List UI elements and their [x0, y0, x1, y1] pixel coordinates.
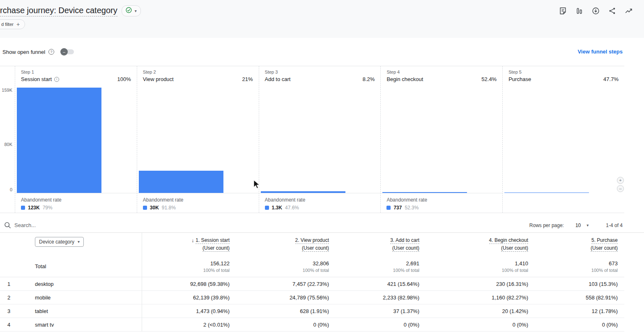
total-subtext: 100% of total: [393, 268, 419, 273]
total-value: 32,806: [313, 260, 329, 267]
funnel-bar[interactable]: [17, 88, 101, 193]
column-subtitle: (User count): [302, 245, 329, 252]
step-percent: 8.2%: [363, 76, 375, 82]
step-header: Step 1 Session start i 100%: [15, 66, 137, 86]
metric-cell: 0 (0%): [236, 318, 336, 331]
metric-cell: 20 (1.42%): [426, 304, 535, 318]
funnel-step-1: Step 1 Session start i 100% Abandonment …: [15, 66, 137, 213]
metric-cell: 558 (82.91%): [535, 291, 624, 304]
dimension-value: mobile: [29, 291, 142, 304]
metric-cell: 2 (<0.01%): [142, 318, 236, 331]
funnel-step-3: Step 3 Add to cart 8.2% Abandonment rate…: [259, 66, 381, 213]
metric-cell: 37 (1.37%): [336, 304, 426, 318]
check-circle-icon: [126, 7, 132, 15]
abandonment-rate: 91.8%: [162, 205, 176, 211]
row-index: 3: [0, 304, 29, 318]
metric-cell: 62,139 (39.8%): [142, 291, 236, 304]
dimension-selector[interactable]: Device category ▾: [35, 237, 84, 247]
table-row: 2 mobile 62,139 (39.8%) 24,789 (75.56%) …: [0, 291, 624, 304]
open-funnel-toggle[interactable]: –: [62, 49, 74, 54]
zoom-in-button[interactable]: +: [617, 177, 624, 184]
table-search-row: Rows per page: 10 ▾ 1-4 of 4: [0, 218, 644, 233]
total-label: Total: [29, 256, 142, 277]
header-spacer: [0, 233, 29, 256]
step-percent: 47.7%: [603, 76, 619, 82]
abandonment-rate: 79%: [43, 205, 53, 211]
funnel-step-5: Step 5 Purchase 47.7%: [502, 66, 624, 213]
view-funnel-steps-link[interactable]: View funnel steps: [577, 49, 623, 55]
step-label: Step 2: [143, 70, 253, 74]
step-percent: 100%: [117, 76, 131, 82]
metric-cell: 230 (16.31%): [426, 277, 535, 290]
column-header-purchase[interactable]: 5. Purchase (User count): [535, 233, 624, 256]
funnel-bar[interactable]: [139, 171, 223, 193]
funnel-step-2: Step 2 View product 21% Abandonment rate…: [137, 66, 259, 213]
rows-per-page-caret-icon[interactable]: ▾: [585, 223, 590, 227]
step-name: View product: [143, 76, 174, 82]
column-header-view-product[interactable]: 2. View product (User count): [236, 233, 336, 256]
column-title: 4. Begin checkout: [489, 237, 528, 244]
column-title: 2. View product: [295, 237, 329, 244]
metric-cell: 24,789 (75.56%): [236, 291, 336, 304]
zoom-out-button[interactable]: –: [617, 185, 624, 192]
metric-cell: 0 (0%): [336, 318, 426, 331]
table-row: 4 smart tv 2 (<0.01%) 0 (0%) 0 (0%) 0 (0…: [0, 318, 624, 332]
insights-icon[interactable]: [623, 6, 633, 16]
pagination-controls: Rows per page: 10 ▾ 1-4 of 4: [529, 223, 623, 228]
y-axis-tick: 0: [0, 187, 12, 192]
abandonment-label: Abandonment rate: [386, 197, 497, 203]
column-header-session-start[interactable]: ↓ 1. Session start (User count): [142, 233, 236, 256]
step-plot: [259, 86, 381, 193]
funnel-controls: Show open funnel ? –: [2, 48, 74, 56]
info-icon[interactable]: i: [54, 77, 59, 82]
step-label: Step 5: [508, 70, 619, 74]
table-row: 1 desktop 92,698 (59.38%) 7,457 (22.73%)…: [0, 277, 624, 291]
total-value: 2,691: [406, 260, 419, 267]
abandonment-label: Abandonment rate: [265, 197, 375, 203]
step-plot: [381, 86, 502, 193]
add-filter-chip[interactable]: d filter +: [0, 19, 25, 29]
search-icon: [4, 222, 11, 229]
abandonment-count: 123K: [28, 205, 40, 211]
column-header-begin-checkout[interactable]: 4. Begin checkout (User count): [426, 233, 535, 256]
total-value: 1,410: [515, 260, 528, 267]
dimension-selector-label: Device category: [39, 239, 74, 245]
pagination-range: 1-4 of 4: [606, 223, 623, 228]
mouse-cursor: [253, 180, 261, 191]
rows-per-page-value[interactable]: 10: [575, 223, 581, 228]
total-subtext: 100% of total: [502, 268, 528, 273]
legend-swatch: [143, 206, 147, 210]
step-header: Step 2 View product 21%: [137, 66, 259, 86]
row-index: 4: [0, 318, 29, 331]
abandonment-rate: 47.6%: [285, 205, 299, 211]
page-title[interactable]: rchase journey: Device category: [0, 6, 117, 16]
total-subtext: 100% of total: [203, 268, 230, 273]
metric-cell: 103 (15.3%): [535, 277, 624, 290]
column-header-add-to-cart[interactable]: 3. Add to cart (User count): [336, 233, 426, 256]
search-input[interactable]: [14, 222, 138, 228]
note-icon[interactable]: [558, 6, 568, 16]
total-cell: 673 100% of total: [535, 256, 624, 277]
step-header: Step 4 Begin checkout 52.4%: [381, 66, 502, 86]
rows-per-page-label: Rows per page:: [529, 223, 564, 228]
share-icon[interactable]: [607, 6, 617, 16]
abandonment-section: Abandonment rate 123K 79%: [15, 193, 137, 213]
saved-status-pill[interactable]: ▾: [122, 5, 141, 16]
toggle-knob: –: [60, 48, 68, 56]
column-subtitle: (User count): [202, 245, 230, 252]
step-percent: 52.4%: [481, 76, 497, 82]
step-header: Step 3 Add to cart 8.2%: [259, 66, 381, 86]
row-index: 2: [0, 291, 29, 304]
step-label: Step 4: [386, 70, 497, 74]
abandonment-label: Abandonment rate: [143, 197, 253, 203]
total-cell: 2,691 100% of total: [336, 256, 426, 277]
abandonment-count: 1.3K: [272, 205, 282, 211]
total-value: 673: [609, 260, 618, 267]
table-vertical-divider: [142, 233, 142, 332]
column-subtitle: (User count): [392, 245, 419, 252]
help-icon[interactable]: ?: [48, 49, 54, 55]
step-plot: [503, 86, 624, 193]
download-icon[interactable]: [591, 6, 600, 16]
exploration-canvas: rchase journey: Device category ▾ d filt…: [0, 0, 644, 334]
segment-compare-icon[interactable]: [574, 6, 584, 16]
